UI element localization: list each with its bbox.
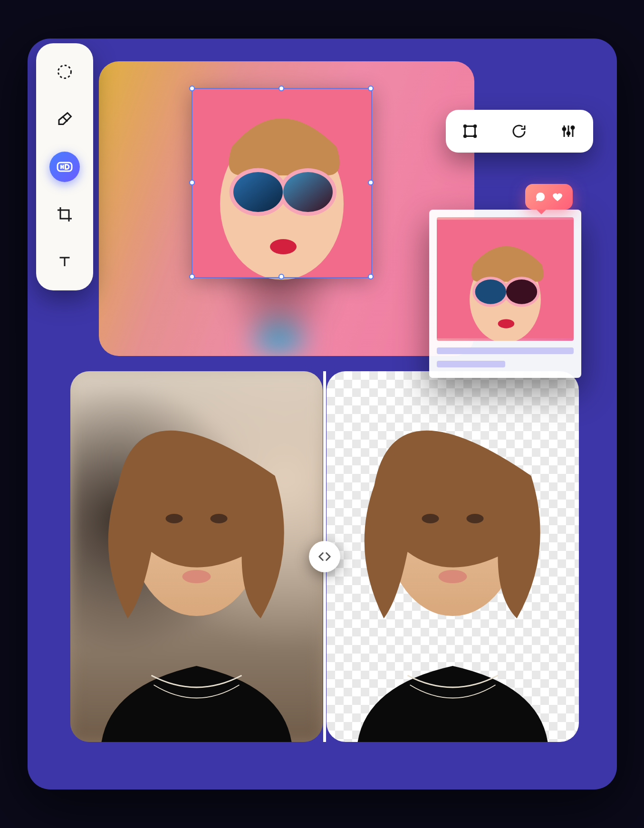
rotate-action[interactable] [509,121,529,141]
selection-handle-tl[interactable] [189,86,195,91]
svg-point-29 [422,514,439,523]
selection-handle-bl[interactable] [189,274,195,279]
cutout-subject [327,371,579,742]
svg-point-11 [474,125,476,127]
floating-action-bar [446,110,593,153]
selection-handle-tr[interactable] [368,86,374,91]
svg-point-31 [438,570,467,583]
comment-icon [535,191,546,202]
editor-showcase: HD [28,39,617,789]
ai-effects-tool[interactable] [49,57,80,87]
heart-icon [552,191,563,202]
canvas-preview[interactable] [99,61,474,356]
svg-point-12 [464,135,466,137]
svg-rect-9 [465,126,475,136]
slider-arrows-icon [317,549,332,564]
sliders-icon [560,123,577,140]
crop-tool[interactable] [49,199,80,230]
svg-point-16 [571,126,574,129]
frame-action[interactable] [460,121,480,141]
reaction-bubble [525,184,573,210]
crop-icon [56,206,73,223]
svg-point-25 [165,514,183,523]
adjust-action[interactable] [558,121,578,141]
svg-point-0 [58,66,71,78]
eraser-tool[interactable] [49,104,80,135]
bg-removal-comparison [70,371,579,742]
comparison-removed-bg[interactable] [327,371,579,742]
preview-text-placeholder [437,347,574,354]
vertical-toolbar: HD [36,43,93,290]
text-tool[interactable] [49,247,80,277]
hd-enhance-tool[interactable]: HD [49,152,80,182]
selection-handle-br[interactable] [368,274,374,279]
svg-point-13 [474,135,476,137]
original-subject [70,371,323,742]
svg-point-14 [563,128,566,131]
selection-handle-bc[interactable] [279,274,284,279]
svg-point-26 [210,514,227,523]
selection-handle-tc[interactable] [279,86,284,91]
sparkle-circle-icon [56,63,73,80]
svg-point-27 [182,570,211,583]
text-icon [56,253,73,270]
svg-point-22 [506,279,537,304]
social-preview-card [429,210,581,378]
preview-subject-illustration [437,217,574,341]
comparison-original[interactable] [70,371,323,742]
svg-point-10 [464,125,466,127]
comparison-slider-handle[interactable] [309,541,340,572]
frame-icon [461,123,479,140]
hd-icon [56,158,73,175]
svg-point-15 [567,132,570,135]
preview-thumbnail[interactable] [437,217,574,341]
crop-selection[interactable] [192,88,372,278]
svg-point-21 [475,279,506,304]
svg-point-23 [498,319,514,328]
eraser-icon [56,111,73,128]
rotate-icon [510,123,528,140]
selection-handle-cr[interactable] [368,180,374,185]
preview-text-placeholder-short [437,361,505,367]
selection-handle-cl[interactable] [189,180,195,185]
svg-point-30 [466,514,483,523]
